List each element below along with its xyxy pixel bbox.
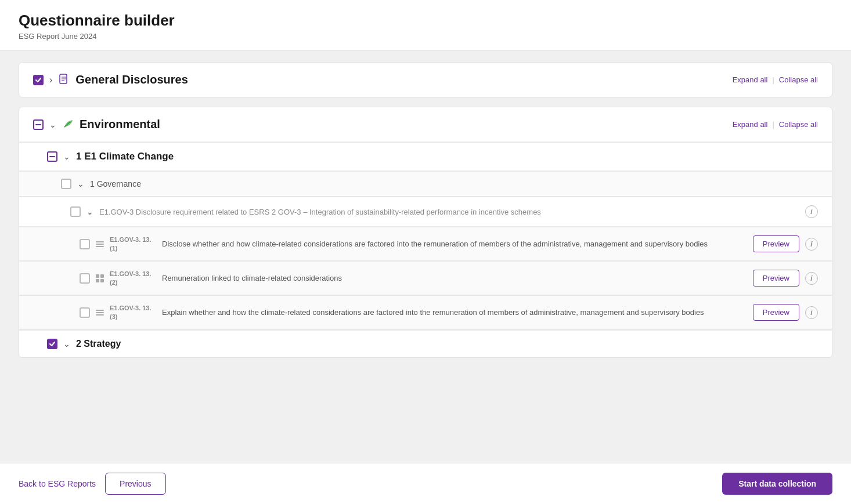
q2-preview-button[interactable]: Preview — [753, 270, 799, 287]
governance-chevron[interactable]: ⌄ — [77, 179, 84, 188]
svg-rect-4 — [35, 124, 41, 125]
environmental-title: Environmental — [80, 118, 160, 131]
page-subtitle: ESG Report June 2024 — [19, 32, 832, 41]
q1-code: E1.GOV-3. 13.(1) — [110, 235, 156, 252]
q3-type-icon — [96, 310, 104, 316]
general-checkbox[interactable] — [33, 75, 44, 85]
e1-title: 1 E1 Climate Change — [76, 151, 174, 162]
environmental-section: ⌄ Environmental Expand all | Collapse al… — [19, 107, 832, 358]
q3-preview-button[interactable]: Preview — [753, 304, 799, 321]
e1-checkbox[interactable] — [47, 151, 57, 162]
e1gov3-text: E1.GOV-3 Disclosure requirement related … — [99, 208, 799, 216]
q1-text: Disclose whether and how climate-related… — [162, 240, 747, 248]
q1-checkbox[interactable] — [80, 239, 90, 249]
strategy-title: 2 Strategy — [76, 339, 121, 349]
general-collapse-all[interactable]: Collapse all — [779, 75, 818, 84]
general-expand-icon[interactable]: › — [49, 75, 52, 85]
governance-checkbox[interactable] — [61, 179, 71, 189]
environmental-actions: Expand all | Collapse all — [733, 120, 818, 129]
environmental-header: ⌄ Environmental Expand all | Collapse al… — [19, 107, 832, 142]
main-content: › General Disclosures Expand all | Colla… — [0, 50, 851, 404]
environmental-checkbox[interactable] — [33, 119, 44, 130]
q1-preview-button[interactable]: Preview — [753, 235, 799, 252]
page-header: Questionnaire builder ESG Report June 20… — [0, 0, 851, 50]
sep1: | — [772, 75, 774, 84]
e1-chevron[interactable]: ⌄ — [63, 152, 70, 161]
q3-checkbox[interactable] — [80, 307, 90, 318]
q3-info-icon[interactable]: i — [805, 306, 818, 319]
e1gov3-row: ⌄ E1.GOV-3 Disclosure requirement relate… — [19, 197, 832, 227]
environmental-chevron[interactable]: ⌄ — [49, 120, 56, 129]
q2-text: Remuneration linked to climate-related c… — [162, 274, 747, 282]
strategy-chevron[interactable]: ⌄ — [63, 339, 70, 349]
e1gov3-chevron[interactable]: ⌄ — [86, 207, 93, 216]
environmental-collapse-all[interactable]: Collapse all — [779, 120, 818, 129]
strategy-row: ⌄ 2 Strategy — [19, 330, 832, 357]
environmental-expand-all[interactable]: Expand all — [733, 120, 768, 129]
strategy-checkbox[interactable] — [47, 339, 57, 349]
e1gov3-checkbox[interactable] — [70, 206, 81, 217]
leaf-icon — [62, 118, 74, 131]
e1gov3-info-icon[interactable]: i — [805, 205, 818, 218]
general-disclosures-section: › General Disclosures Expand all | Colla… — [19, 62, 832, 97]
question-2-row: E1.GOV-3. 13.(2) Remuneration linked to … — [19, 262, 832, 295]
sep2: | — [772, 120, 774, 129]
question-1-row: E1.GOV-3. 13.(1) Disclose whether and ho… — [19, 227, 832, 261]
q1-type-icon — [96, 241, 104, 247]
q3-text: Explain whether and how the climate-rela… — [162, 308, 747, 317]
q2-type-icon — [96, 274, 104, 282]
general-title: General Disclosures — [75, 73, 187, 86]
svg-rect-5 — [49, 156, 55, 157]
q2-code: E1.GOV-3. 13.(2) — [110, 270, 156, 287]
governance-title: 1 Governance — [90, 179, 141, 188]
general-expand-all[interactable]: Expand all — [733, 75, 768, 84]
document-icon — [58, 73, 70, 86]
q1-info-icon[interactable]: i — [805, 238, 818, 251]
e1-climate-header: ⌄ 1 E1 Climate Change — [19, 142, 832, 171]
general-actions: Expand all | Collapse all — [733, 75, 818, 84]
q3-code: E1.GOV-3. 13.(3) — [110, 304, 156, 321]
q2-info-icon[interactable]: i — [805, 272, 818, 285]
general-disclosures-header: › General Disclosures Expand all | Colla… — [19, 63, 832, 97]
q2-checkbox[interactable] — [80, 273, 90, 284]
governance-row: ⌄ 1 Governance — [19, 172, 832, 197]
question-3-row: E1.GOV-3. 13.(3) Explain whether and how… — [19, 296, 832, 329]
page-title: Questionnaire builder — [19, 12, 832, 30]
